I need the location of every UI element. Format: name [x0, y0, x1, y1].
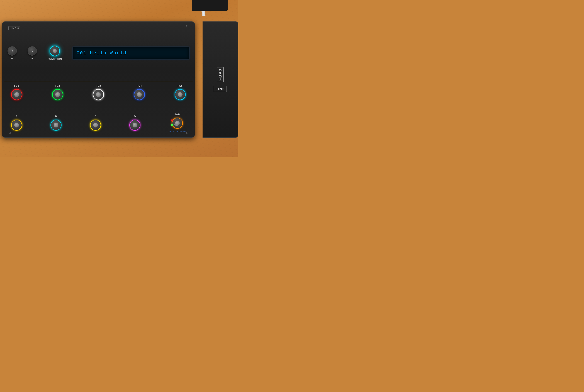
- fs4-footswitch: FS4: [134, 84, 145, 100]
- wah-led: [171, 124, 173, 126]
- line6-logo: LINE 6: [9, 26, 20, 30]
- c-button[interactable]: [90, 120, 101, 131]
- tap-label-top: TAP: [175, 113, 180, 116]
- fs1-button[interactable]: [11, 89, 22, 100]
- fs3-label-top: FS3: [96, 84, 101, 87]
- b-inner: [54, 123, 58, 128]
- b-label-top: B: [55, 115, 57, 118]
- function-button-inner: [53, 49, 57, 53]
- fs3-button[interactable]: [93, 89, 104, 100]
- blue-accent-line: [4, 82, 193, 82]
- screw-tr: [186, 25, 187, 27]
- wah-indicator: WAH: [171, 124, 179, 126]
- up-arrow-icon: ∧: [11, 49, 14, 52]
- a-inner: [14, 123, 19, 128]
- fbv-label: FBV3: [217, 67, 224, 82]
- lcd-text: 001 Hello World: [77, 50, 127, 56]
- fs1-label-top: FS1: [14, 84, 19, 87]
- d-footswitch: D: [129, 115, 140, 131]
- b-footswitch: B: [51, 115, 62, 131]
- fs5-inner: [178, 92, 182, 97]
- d-inner: [133, 123, 137, 128]
- c-footswitch: C: [90, 115, 101, 131]
- pedalboard: LINE 6 ∧ ^ ∨ v FUNCTION: [2, 22, 195, 138]
- fs3-footswitch: FS3: [93, 84, 104, 100]
- d-button[interactable]: [129, 120, 140, 131]
- function-container: FUNCTION: [48, 46, 62, 60]
- fs3-inner: [96, 92, 101, 97]
- fs2-inner: [55, 92, 60, 97]
- bank-row: A B C D TAP: [8, 113, 189, 133]
- fbv-side-panel: FBV3 LINE: [202, 22, 238, 138]
- up-label: ^: [11, 57, 13, 60]
- line-label: LINE: [214, 86, 227, 92]
- c-label-top: C: [95, 115, 96, 118]
- vol-led: [171, 120, 173, 121]
- vol-indicator: VOL: [171, 119, 179, 121]
- d-label-top: D: [134, 115, 136, 118]
- vol-label: VOL: [174, 119, 179, 121]
- function-button[interactable]: [50, 46, 60, 56]
- fs4-button[interactable]: [134, 89, 145, 100]
- down-label: v: [32, 57, 33, 60]
- down-arrow-icon: ∨: [31, 49, 34, 52]
- fs4-inner: [137, 92, 142, 97]
- function-label: FUNCTION: [48, 58, 62, 60]
- a-button[interactable]: [11, 120, 22, 131]
- hold-tuner-label: HOLD FOR TUNER: [169, 131, 186, 133]
- fs5-footswitch: FS5: [175, 84, 186, 100]
- fs2-footswitch: FS2: [52, 84, 63, 100]
- down-arrow-container: ∨ v: [28, 46, 37, 60]
- fs-row: FS1 FS2 FS3 FS4 FS5: [8, 84, 189, 100]
- upper-section: ∧ ^ ∨ v FUNCTION 001 Hello World: [8, 32, 189, 74]
- wah-label: WAH: [174, 124, 179, 126]
- up-arrow-container: ∧ ^: [8, 46, 17, 60]
- up-button[interactable]: ∧: [8, 46, 17, 56]
- a-footswitch: A: [11, 115, 22, 131]
- device-topright: [192, 0, 228, 11]
- b-button[interactable]: [51, 120, 62, 131]
- fs5-label-top: FS5: [178, 84, 183, 87]
- c-inner: [93, 123, 98, 128]
- lcd-display: 001 Hello World: [73, 47, 189, 59]
- fs1-inner: [14, 92, 19, 97]
- fs4-label-top: FS4: [137, 84, 142, 87]
- down-button[interactable]: ∨: [28, 46, 37, 56]
- fs5-button[interactable]: [175, 89, 186, 100]
- a-label-top: A: [16, 115, 18, 118]
- fs2-button[interactable]: [52, 89, 63, 100]
- fs1-footswitch: FS1: [11, 84, 22, 100]
- fs2-label-top: FS2: [55, 84, 60, 87]
- indicators-panel: VOL WAH: [171, 119, 179, 126]
